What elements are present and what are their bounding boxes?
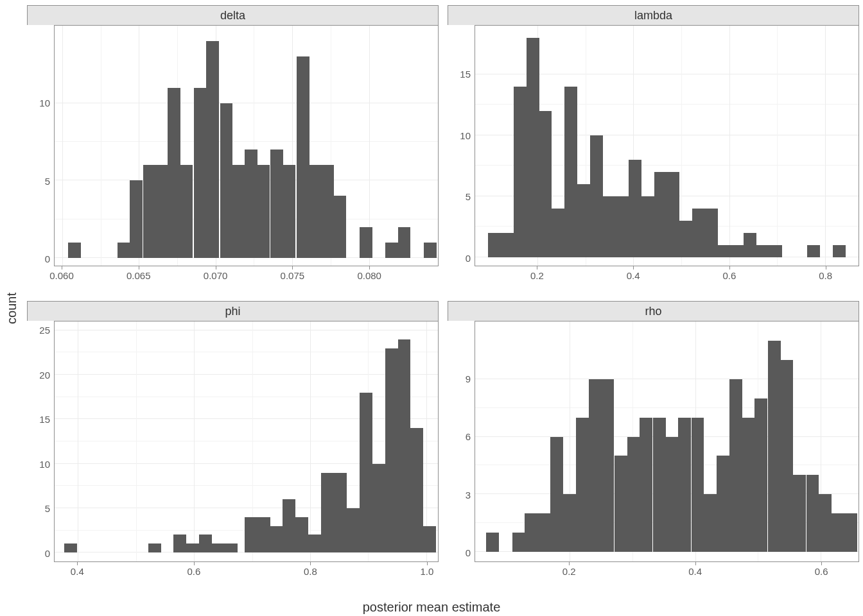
y-tick-label: 0 [466, 252, 471, 263]
y-tick-label: 10 [39, 98, 50, 108]
histogram-bar [616, 196, 629, 257]
histogram-bar [602, 379, 615, 552]
histogram-bar [212, 543, 225, 552]
histogram-bar [245, 150, 257, 258]
histogram-bar [118, 243, 130, 258]
histogram-bar [180, 165, 193, 258]
facet-strip: rho [448, 301, 859, 321]
histogram-bar [640, 418, 652, 552]
histogram-bar [199, 535, 212, 552]
histogram-bar [360, 393, 372, 552]
histogram-bar [186, 543, 199, 552]
histogram-bar [360, 227, 372, 258]
x-tick-label: 0.075 [281, 270, 305, 281]
histogram-bar [257, 517, 270, 552]
histogram-bar [665, 437, 678, 552]
histogram-bar [793, 475, 806, 552]
facet-strip: phi [27, 301, 439, 321]
histogram-bar [564, 87, 577, 257]
histogram-bar [704, 494, 717, 552]
histogram-bar [347, 508, 360, 552]
x-tick-label: 0.2 [530, 270, 544, 281]
x-tick-label: 0.8 [304, 566, 317, 577]
x-tick-label: 0.065 [126, 270, 151, 281]
histogram-bar [537, 513, 550, 552]
y-tick-label: 15 [39, 414, 50, 425]
histogram-bar [552, 209, 564, 257]
histogram-bar [295, 517, 308, 552]
histogram-bar [844, 513, 857, 552]
histogram-bar [385, 348, 398, 553]
histogram-bar [385, 243, 398, 258]
y-tick-label: 0 [45, 548, 50, 559]
histogram-bar [372, 464, 385, 553]
histogram-bar [627, 437, 640, 552]
y-tick-label: 10 [39, 458, 50, 469]
y-tick-label: 15 [460, 69, 471, 80]
histogram-bar [309, 165, 322, 258]
y-tick-labels: 0510152025 [27, 321, 54, 562]
histogram-bar [283, 165, 295, 258]
figure: count delta05100.0600.0650.0700.0750.080… [0, 0, 863, 616]
histogram-bar [486, 533, 499, 552]
histogram-bar [806, 475, 819, 552]
x-axis: 0.20.40.6 [475, 562, 859, 590]
plot-region [475, 321, 859, 562]
facet-panel-delta: delta05100.0600.0650.0700.0750.080 [27, 5, 439, 295]
histogram-bar [501, 233, 514, 257]
histogram-bar [653, 418, 666, 552]
histogram-bar [245, 517, 257, 552]
histogram-bar [756, 245, 769, 257]
y-tick-label: 20 [39, 369, 50, 380]
facet-strip: delta [27, 5, 439, 25]
y-tick-label: 3 [466, 489, 471, 500]
histogram-bar [232, 165, 245, 258]
histogram-bar [718, 245, 731, 257]
x-axis: 0.0600.0650.0700.0750.080 [54, 266, 439, 295]
plot-region [54, 25, 439, 266]
x-tick-label: 0.4 [688, 566, 702, 577]
histogram-bar [629, 160, 641, 257]
y-tick-label: 5 [45, 175, 50, 186]
histogram-bar [692, 418, 704, 552]
y-tick-label: 0 [466, 547, 471, 558]
histogram-bar [424, 243, 437, 258]
facet-panel-phi: phi05101520250.40.60.81.0 [27, 301, 439, 590]
histogram-bar [488, 233, 501, 257]
histogram-bar [297, 56, 309, 258]
histogram-bar [410, 428, 423, 552]
histogram-bar [744, 233, 756, 257]
histogram-bar [514, 87, 527, 257]
histogram-bar [576, 418, 589, 552]
x-tick-label: 0.070 [204, 270, 228, 281]
histogram-bar [742, 418, 755, 552]
histogram-bar [525, 513, 537, 552]
y-tick-label: 6 [466, 431, 471, 442]
x-axis: 0.40.60.81.0 [54, 562, 439, 590]
histogram-bar [270, 526, 283, 553]
x-tick-label: 0.6 [815, 566, 828, 577]
histogram-bar [603, 196, 616, 257]
histogram-bar [130, 180, 143, 258]
histogram-bar [615, 456, 627, 552]
y-tick-label: 25 [39, 324, 50, 335]
histogram-bar [768, 341, 781, 552]
histogram-bar [678, 418, 691, 552]
histogram-bar [692, 209, 705, 257]
histogram-bar [717, 456, 729, 552]
histogram-bar [270, 150, 283, 258]
histogram-bar [168, 88, 180, 258]
x-axis: 0.20.40.60.8 [475, 266, 859, 295]
histogram-bar [807, 245, 820, 257]
histogram-bar [731, 245, 744, 257]
histogram-bar [398, 339, 411, 552]
histogram-bar [155, 165, 168, 258]
histogram-bar [679, 221, 692, 257]
histogram-bar [754, 398, 767, 552]
x-tick-label: 0.6 [722, 270, 736, 281]
x-tick-label: 0.4 [71, 566, 84, 577]
histogram-bar [833, 245, 846, 257]
facet-panel-lambda: lambda0510150.20.40.60.8 [448, 5, 859, 295]
histogram-bar [563, 494, 576, 552]
histogram-bar [225, 543, 238, 552]
